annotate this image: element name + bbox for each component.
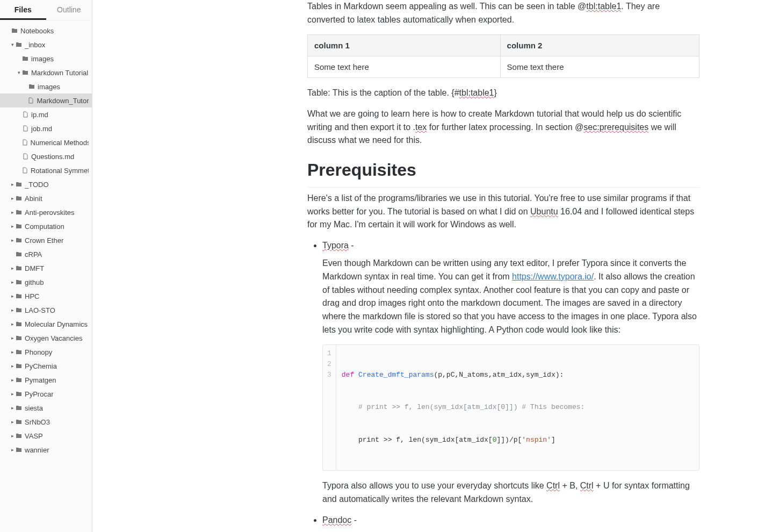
folder-icon (15, 376, 23, 384)
tree-folder-pyprocar[interactable]: ▸PyProcar (0, 387, 92, 401)
tree-label: HPC (25, 292, 39, 300)
caret-right-icon: ▸ (10, 182, 15, 187)
folder-icon (15, 334, 23, 342)
tree-label: Oxygen Vacancies (25, 334, 82, 342)
table-header: column 1 (308, 34, 501, 56)
caret-right-icon: ▸ (10, 210, 15, 215)
code-keyword: def (342, 371, 354, 379)
table-row: Some text here Some text there (308, 56, 699, 77)
document: Tables in Markdown seem appealing as wel… (307, 0, 699, 532)
editor-content[interactable]: Tables in Markdown seem appealing as wel… (92, 0, 772, 532)
tree-label: SrNbO3 (25, 418, 50, 426)
folder-icon (15, 446, 23, 454)
tree-folder-pymatgen[interactable]: ▸Pymatgen (0, 373, 92, 387)
tree-folder-computation[interactable]: ▸Computation (0, 219, 92, 233)
caret-right-icon: ▸ (10, 196, 15, 201)
tree-folder-vasp[interactable]: ▸VASP (0, 429, 92, 443)
tree-folder-pychemia[interactable]: ▸PyChemia (0, 359, 92, 373)
tree-label: Pymatgen (25, 376, 56, 384)
table-caption: Table: This is the caption of the table.… (307, 87, 699, 100)
folder-icon (15, 236, 23, 244)
tree-root-notebooks[interactable]: ▸ Notebooks (0, 24, 92, 38)
text-wavy: Ctrl (546, 481, 560, 490)
tree-folder-srnbo3[interactable]: ▸SrNbO3 (0, 415, 92, 429)
tree-label: Markdown Tutorial (31, 69, 88, 77)
tree-label: ip.md (31, 111, 48, 119)
caret-right-icon: ▸ (10, 293, 15, 299)
tree-folder-github[interactable]: ▸github (0, 275, 92, 289)
code-block-python: 123 def Create_dmft_params(p,pC,N_atoms,… (322, 344, 699, 471)
file-icon (21, 153, 29, 160)
tree-folder-images[interactable]: ▸ images (0, 52, 92, 66)
caret-right-icon: ▸ (10, 419, 15, 425)
text: - (351, 515, 357, 524)
caret-right-icon: ▸ (10, 377, 15, 383)
caret-right-icon: ▸ (10, 363, 15, 369)
text: Table: This is the caption of the table.… (307, 88, 459, 97)
sidebar-tabs: Files Outline (0, 0, 92, 20)
folder-icon (15, 320, 23, 328)
text-wavy: tex (415, 123, 427, 132)
tree-file-questions[interactable]: ▸ Questions.md (0, 149, 92, 163)
file-icon (21, 139, 28, 146)
folder-icon (15, 348, 23, 356)
tree-label: siesta (25, 404, 43, 412)
tree-folder-anti-perovskites[interactable]: ▸Anti-perovskites (0, 205, 92, 219)
caret-right-icon: ▸ (10, 321, 15, 327)
tree-label: Notebooks (20, 27, 54, 35)
folder-icon (21, 55, 29, 62)
folder-icon (11, 27, 18, 34)
section-reference: sec:prerequisites (583, 123, 648, 132)
tab-files[interactable]: Files (0, 0, 46, 20)
tree-folder-oxygen-vacancies[interactable]: ▸Oxygen Vacancies (0, 331, 92, 345)
list-item-typora: Typora - Even though Markdown can be wri… (322, 239, 699, 506)
tree-label: images (38, 83, 60, 91)
folder-icon (15, 362, 23, 370)
tree-file-markdown-tutorial[interactable]: ▸ Markdown_Tutorial. (0, 94, 92, 107)
tree-file-rotational-symmetry[interactable]: ▸ Rotational Symmetry (0, 163, 92, 177)
tree-label: _inbox (25, 41, 45, 49)
tree-folder-todo[interactable]: ▸_TODO (0, 177, 92, 191)
tree-folder-dmft[interactable]: ▸DMFT (0, 261, 92, 275)
tree-folder-hpc[interactable]: ▸HPC (0, 289, 92, 303)
code-body: def Create_dmft_params(p,pC,N_atoms,atm_… (336, 345, 590, 470)
tree-label: cRPA (25, 250, 42, 258)
folder-icon (15, 390, 23, 398)
tree-label: wannier (25, 446, 49, 454)
file-icon (21, 111, 29, 118)
code-text: ] (551, 436, 555, 444)
code-comment: # print >> f, len(sym_idx[atm_idx[0]]) #… (342, 403, 585, 411)
heading-prerequisites: Prerequisites (307, 157, 699, 188)
folder-icon (15, 250, 23, 258)
tree-folder-lao-sto[interactable]: ▸LAO-STO (0, 303, 92, 317)
tree-folder-phonopy[interactable]: ▸Phonopy (0, 345, 92, 359)
tree-label: LAO-STO (25, 306, 55, 314)
text: for further latex processing. In section… (427, 123, 583, 132)
tree-folder-inbox[interactable]: ▾ _inbox (0, 38, 92, 52)
prereq-list: Typora - Even though Markdown can be wri… (307, 239, 699, 532)
tab-outline[interactable]: Outline (46, 0, 92, 20)
tree-folder-molecular-dynamics[interactable]: ▸Molecular Dynamics (0, 317, 92, 331)
tree-folder-markdown-tutorial[interactable]: ▾ Markdown Tutorial (0, 66, 92, 80)
tree-label: Numerical Methods.m (31, 139, 89, 147)
paragraph: Typora also allows you to use your every… (322, 479, 699, 506)
folder-icon (15, 278, 23, 286)
text: - (349, 241, 354, 250)
caret-right-icon: ▸ (10, 279, 15, 285)
tree-folder-wannier[interactable]: ▸wannier (0, 443, 92, 457)
tree-folder-crown-ether[interactable]: ▸Crown Ether (0, 233, 92, 247)
tree-folder-images2[interactable]: ▸ images (0, 80, 92, 94)
sidebar: Files Outline ▸ Notebooks ▾ _inbox ▸ ima… (0, 0, 92, 532)
tree-folder-crpa[interactable]: ▸cRPA (0, 247, 92, 261)
tree-label: Abinit (25, 195, 42, 203)
tree-file-job[interactable]: ▸ job.md (0, 121, 92, 135)
tree-folder-abinit[interactable]: ▸Abinit (0, 191, 92, 205)
folder-icon (21, 69, 29, 76)
typora-link[interactable]: https://www.typora.io/ (512, 272, 594, 281)
folder-icon (15, 404, 23, 412)
file-tree: ▸ Notebooks ▾ _inbox ▸ images ▾ Markdown… (0, 20, 92, 532)
tree-folder-siesta[interactable]: ▸siesta (0, 401, 92, 415)
caret-right-icon: ▸ (10, 405, 15, 411)
tree-file-ip[interactable]: ▸ ip.md (0, 107, 92, 121)
tree-file-numerical-methods[interactable]: ▸ Numerical Methods.m (0, 135, 92, 149)
